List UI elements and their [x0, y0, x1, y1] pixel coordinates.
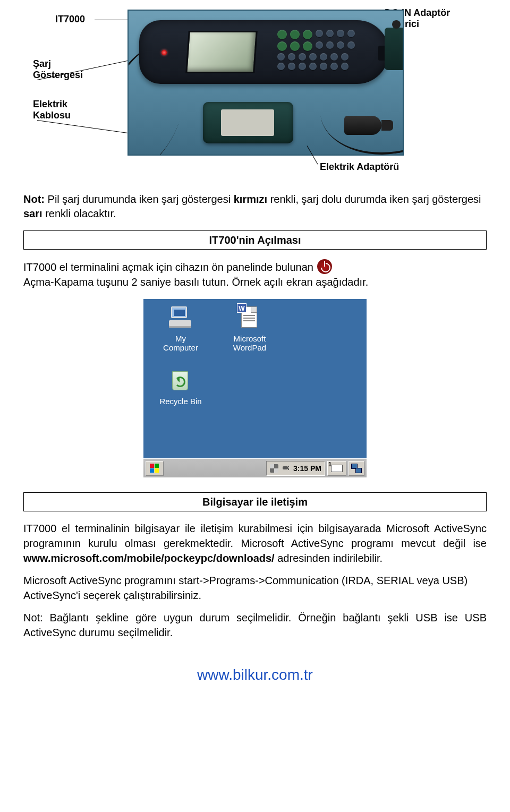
label-charge-indicator: Şarj Göstergesi — [33, 58, 83, 80]
taskbar-keyboard-button[interactable] — [327, 461, 346, 476]
note-text: renkli, şarj dolu durumda iken şarj göst… — [267, 193, 481, 205]
icon-label: My Computer — [149, 334, 212, 352]
leader-line — [37, 120, 128, 133]
keyboard-icon — [331, 465, 343, 472]
activesync-start-path: Microsoft ActiveSync programını start->P… — [23, 573, 487, 603]
desktop-icon-my-computer[interactable]: My Computer — [149, 305, 212, 352]
system-tray[interactable]: 3:15 PM — [266, 461, 325, 476]
note-text: Pil şarj durumunda iken şarj göstergesi — [45, 193, 234, 205]
icon-label: Microsoft WordPad — [218, 334, 282, 352]
note-prefix: Not: — [23, 193, 45, 205]
recycle-bin-icon — [168, 368, 193, 394]
handheld-screen — [185, 31, 258, 73]
label-it7000: IT7000 — [55, 14, 85, 25]
start-button[interactable] — [146, 461, 164, 476]
label-power-adapter: Elektrik Adaptörü — [320, 161, 399, 173]
dcin-converter — [385, 28, 404, 70]
windows-flag-icon — [150, 464, 159, 473]
wordpad-icon: W — [237, 305, 262, 331]
activesync-paragraph: IT7000 el terminalinin bilgisayar ile il… — [23, 521, 487, 566]
charge-led-icon — [162, 50, 167, 55]
tray-clock[interactable]: 3:15 PM — [293, 464, 321, 473]
activesync-download-url: www.microsoft.com/mobile/pockeypc/downlo… — [23, 552, 275, 564]
my-computer-icon — [168, 305, 193, 331]
section-heading-pc-comms: Bilgisayar ile iletişim — [23, 492, 487, 511]
footer-url: www.bilkur.com.tr — [21, 666, 489, 683]
desktop-icon-recycle-bin[interactable]: Recycle Bin — [149, 368, 212, 406]
instruction-line-1: IT7000 el terminalini açmak için cihazın… — [23, 261, 313, 273]
instruction-line-2: Açma-Kapama tuşunu 2 saniye basılı tutun… — [23, 276, 368, 288]
connection-note: Not: Bağlantı şekline göre uygun durum s… — [23, 610, 487, 640]
wince-screenshot: My Computer W Microsoft WordPad Recycle … — [143, 299, 367, 477]
handheld-body — [139, 20, 389, 84]
power-on-instructions: IT7000 el terminalini açmak için cihazın… — [23, 259, 487, 289]
note-yellow-word: sarı — [23, 208, 42, 219]
note-charge-colors: Not: Pil şarj durumunda iken şarj göster… — [23, 192, 487, 221]
tray-power-icon[interactable] — [282, 464, 290, 473]
power-adapter — [203, 102, 293, 143]
section-heading-power-on: IT700'nin Açılması — [23, 230, 487, 250]
adapter-label-sticker — [221, 109, 274, 136]
para-text: IT7000 el terminalinin bilgisayar ile il… — [23, 523, 487, 549]
handheld-keypad — [277, 30, 384, 76]
label-power-cable: Elektrik Kablosu — [33, 99, 71, 121]
wince-desktop: My Computer W Microsoft WordPad Recycle … — [143, 299, 367, 458]
para-text: adresinden indirilebilir. — [275, 552, 382, 564]
icon-label: Recycle Bin — [149, 397, 212, 406]
power-icon — [317, 259, 332, 274]
tray-connection-icon[interactable] — [270, 464, 278, 473]
note-red-word: kırmızı — [234, 193, 267, 205]
wince-taskbar: 3:15 PM — [143, 458, 367, 477]
taskbar-network-button[interactable] — [348, 461, 364, 476]
note-text: renkli olacaktır. — [42, 208, 116, 219]
power-plug — [344, 116, 381, 135]
device-photo — [128, 10, 404, 156]
desktop-icon-wordpad[interactable]: W Microsoft WordPad — [218, 305, 282, 352]
hardware-diagram: IT7000 DC-IN Adaptör Çevirici Şarj Göste… — [21, 5, 489, 186]
